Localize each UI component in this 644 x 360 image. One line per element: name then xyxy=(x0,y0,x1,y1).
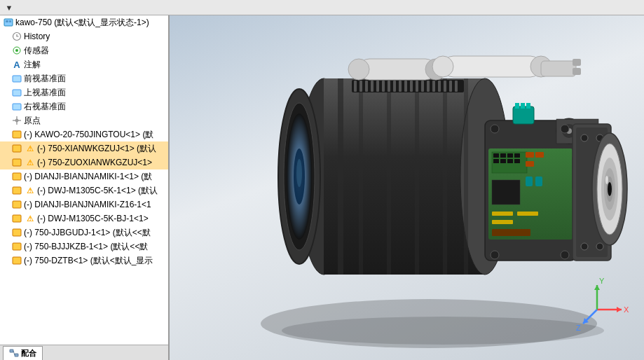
svg-rect-23 xyxy=(15,354,18,356)
svg-rect-114 xyxy=(541,61,576,76)
tree-item-comp3[interactable]: ⚠ (-) 750-ZUOXIANWKGZUJ<1> xyxy=(0,155,168,169)
tab-mates[interactable]: 配合 xyxy=(3,346,43,360)
annotations-label: 注解 xyxy=(24,59,41,71)
comp7-label: (-) DWJ-M1305C-5K-BJ-1<1> xyxy=(37,214,149,223)
svg-rect-71 xyxy=(535,176,542,186)
comp7-icon xyxy=(11,213,22,224)
svg-rect-111 xyxy=(443,56,541,77)
svg-point-87 xyxy=(561,125,569,133)
svg-rect-32 xyxy=(415,78,419,275)
comp1-label: (-) KAWO-20-750JINGTOU<1> (默 xyxy=(24,129,153,141)
svg-rect-70 xyxy=(526,176,533,186)
comp8-label: (-) 750-JJBGUDJ-1<1> (默认<<默 xyxy=(24,227,151,239)
tree-item-comp9[interactable]: (-) 750-BJJJKZB-1<1> (默认<<默 xyxy=(0,240,168,254)
svg-rect-75 xyxy=(492,229,530,236)
svg-point-4 xyxy=(15,49,18,52)
svg-rect-74 xyxy=(492,220,513,224)
tree-item-annotations[interactable]: A 注解 xyxy=(0,57,168,71)
tree-item-comp4[interactable]: (-) DIANJI-BIANJNAMIKI-1<1> (默 xyxy=(0,169,168,184)
svg-rect-78 xyxy=(521,103,525,109)
svg-rect-33 xyxy=(443,78,447,275)
viewport[interactable]: X Y Z xyxy=(170,15,644,360)
sensors-icon xyxy=(11,45,22,56)
main-area: kawo-750 (默认<默认_显示状态-1>) History 传感器 A 注… xyxy=(0,15,644,360)
filter-dropdown[interactable]: ▼ xyxy=(3,1,15,14)
tree-item-comp6[interactable]: (-) DIANJI-BIANJNAMIKI-Z16-1<1 xyxy=(0,198,168,212)
svg-rect-12 xyxy=(13,131,21,138)
annotations-icon: A xyxy=(11,59,22,70)
svg-rect-34 xyxy=(464,78,468,275)
svg-marker-122 xyxy=(594,285,600,290)
comp4-icon xyxy=(11,171,22,182)
comp1-icon xyxy=(11,129,22,140)
tree-item-comp7[interactable]: ⚠ (-) DWJ-M1305C-5K-BJ-1<1> xyxy=(0,212,168,226)
svg-rect-54 xyxy=(455,81,458,92)
svg-point-112 xyxy=(432,56,453,77)
viewport-background: X Y Z xyxy=(170,15,644,360)
svg-rect-44 xyxy=(399,81,402,92)
tree-item-comp8[interactable]: (-) 750-JJBGUDJ-1<1> (默认<<默 xyxy=(0,226,168,240)
svg-rect-46 xyxy=(410,81,413,92)
front-plane-label: 前视基准面 xyxy=(24,73,66,85)
svg-rect-39 xyxy=(371,81,374,92)
svg-text:X: X xyxy=(624,305,629,314)
comp3-warning-icon: ⚠ xyxy=(25,157,36,168)
tree-item-top-plane[interactable]: 上视基准面 xyxy=(0,85,168,99)
svg-rect-63 xyxy=(500,159,506,163)
svg-rect-62 xyxy=(493,159,499,163)
svg-point-100 xyxy=(596,243,603,250)
svg-rect-14 xyxy=(13,159,21,166)
svg-point-97 xyxy=(581,134,588,141)
tree-item-sensors[interactable]: 传感器 xyxy=(0,43,168,57)
tree-root[interactable]: kawo-750 (默认<默认_显示状态-1>) xyxy=(0,15,168,29)
comp8-icon xyxy=(11,227,22,238)
tree-item-comp2[interactable]: ⚠ (-) 750-XIANWKGZUJ<1> (默认 xyxy=(0,141,168,155)
3d-model-view: X Y Z xyxy=(170,15,644,360)
svg-rect-15 xyxy=(13,173,21,180)
root-label: kawo-750 (默认<默认_显示状态-1>) xyxy=(15,17,149,29)
svg-rect-31 xyxy=(387,78,391,275)
tree-item-comp5[interactable]: ⚠ (-) DWJ-M1305C-5K-1<1> (默认 xyxy=(0,184,168,198)
svg-rect-29 xyxy=(338,78,343,275)
comp9-icon xyxy=(11,241,22,252)
svg-rect-53 xyxy=(449,81,452,92)
comp5-icon xyxy=(11,185,22,196)
svg-rect-21 xyxy=(13,257,21,264)
svg-text:Z: Z xyxy=(576,324,581,332)
svg-rect-61 xyxy=(514,153,520,158)
svg-line-24 xyxy=(13,351,15,355)
svg-rect-77 xyxy=(515,103,519,109)
tree-item-comp10[interactable]: (-) 750-DZTB<1> (默认<默认_显示 xyxy=(0,254,168,268)
svg-point-107 xyxy=(605,176,608,184)
tree-item-right-plane[interactable]: 右视基准面 xyxy=(0,99,168,113)
svg-rect-7 xyxy=(13,90,21,96)
tree-item-origin[interactable]: 原点 xyxy=(0,113,168,127)
filter-icon: ▼ xyxy=(6,4,13,12)
tree-item-comp1[interactable]: (-) KAWO-20-750JINGTOU<1> (默 xyxy=(0,127,168,141)
svg-rect-49 xyxy=(427,81,430,92)
svg-rect-35 xyxy=(352,80,464,92)
tab-mates-label: 配合 xyxy=(21,348,36,359)
feature-tree-panel: kawo-750 (默认<默认_显示状态-1>) History 传感器 A 注… xyxy=(0,15,170,360)
comp10-icon xyxy=(11,255,22,266)
svg-point-109 xyxy=(348,59,369,80)
mates-tab-icon xyxy=(9,349,19,357)
svg-rect-68 xyxy=(535,152,544,158)
tree-item-front-plane[interactable]: 前视基准面 xyxy=(0,71,168,85)
comp2-label: (-) 750-XIANWKGZUJ<1> (默认 xyxy=(37,143,156,155)
svg-rect-59 xyxy=(500,153,506,158)
tree-item-history[interactable]: History xyxy=(0,29,168,43)
svg-point-99 xyxy=(581,243,588,250)
right-plane-icon xyxy=(11,101,22,112)
svg-point-89 xyxy=(561,251,569,259)
svg-point-117 xyxy=(282,317,604,345)
svg-rect-47 xyxy=(416,81,418,92)
svg-rect-67 xyxy=(526,152,534,158)
toolbar: ▼ xyxy=(0,0,644,15)
svg-rect-51 xyxy=(438,81,441,92)
svg-rect-37 xyxy=(359,81,362,92)
svg-rect-48 xyxy=(421,81,424,92)
svg-rect-6 xyxy=(13,76,21,82)
top-plane-icon xyxy=(11,87,22,98)
svg-rect-17 xyxy=(13,201,21,208)
